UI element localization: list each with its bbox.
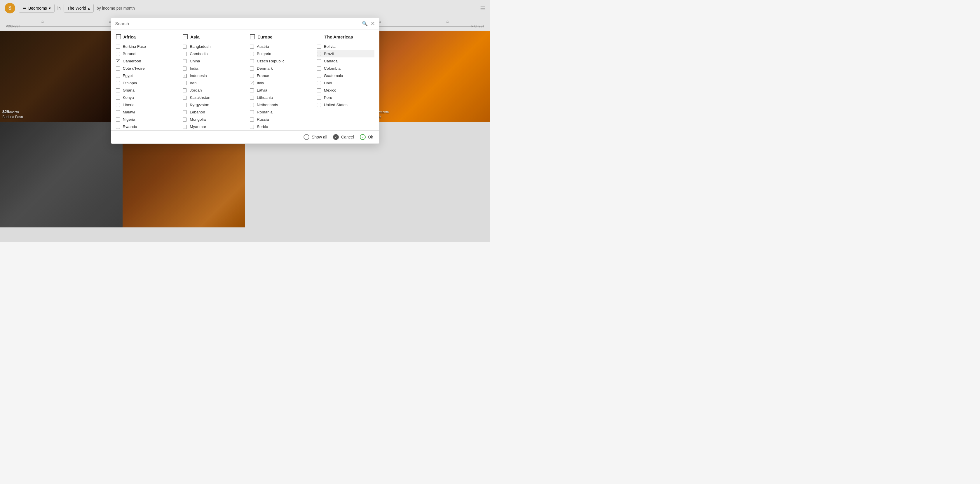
collapse-asia-button[interactable]: — <box>183 34 188 40</box>
asia-country-list: Bangladesh Cambodia China India <box>183 43 240 130</box>
checkbox-bangladesh[interactable] <box>183 44 187 49</box>
checkbox-serbia[interactable] <box>250 125 254 129</box>
checkbox-cambodia[interactable] <box>183 52 187 56</box>
list-item[interactable]: India <box>183 65 240 72</box>
list-item[interactable]: Bulgaria <box>250 50 307 57</box>
list-item[interactable]: Kenya <box>116 94 173 101</box>
list-item[interactable]: Guatemala <box>317 72 374 79</box>
checkbox-czech-republic[interactable] <box>250 59 254 63</box>
list-item[interactable]: Canada <box>317 57 374 65</box>
collapse-europe-button[interactable]: — <box>250 34 255 40</box>
checkbox-bulgaria[interactable] <box>250 52 254 56</box>
checkbox-kenya[interactable] <box>116 96 120 100</box>
list-item[interactable]: Cambodia <box>183 50 240 57</box>
list-item[interactable]: Jordan <box>183 87 240 94</box>
checkbox-mongolia[interactable] <box>183 117 187 122</box>
checkbox-canada[interactable] <box>317 59 321 63</box>
checkbox-china[interactable] <box>183 59 187 63</box>
checkbox-italy[interactable]: ☑ <box>250 81 254 85</box>
checkbox-latvia[interactable] <box>250 88 254 92</box>
checkbox-lithuania[interactable] <box>250 96 254 100</box>
checkbox-colombia[interactable] <box>317 67 321 71</box>
checkbox-jordan[interactable] <box>183 88 187 92</box>
list-item[interactable]: France <box>250 72 307 79</box>
checkbox-nigeria[interactable] <box>116 117 120 122</box>
checkbox-malawi[interactable] <box>116 110 120 114</box>
list-item[interactable]: Serbia <box>250 123 307 130</box>
checkbox-myanmar[interactable] <box>183 125 187 129</box>
checkbox-rwanda[interactable] <box>116 125 120 129</box>
search-input[interactable] <box>115 21 359 26</box>
list-item[interactable]: Myanmar <box>183 123 240 130</box>
list-item[interactable]: Haiti <box>317 79 374 87</box>
ok-button[interactable]: ✓ Ok <box>360 134 373 140</box>
checkbox-indonesia[interactable]: ✓ <box>183 74 187 78</box>
checkbox-france[interactable] <box>250 74 254 78</box>
checkbox-guatemala[interactable] <box>317 74 321 78</box>
list-item[interactable]: ☑ Italy <box>250 79 307 87</box>
list-item[interactable]: Cote d'Ivoire <box>116 65 173 72</box>
list-item[interactable]: Romania <box>250 108 307 116</box>
checkbox-bolivia[interactable] <box>317 44 321 49</box>
close-button[interactable]: ✕ <box>371 21 375 26</box>
checkbox-liberia[interactable] <box>116 103 120 107</box>
list-item[interactable]: United States <box>317 101 374 108</box>
list-item[interactable]: Netherlands <box>250 101 307 108</box>
checkbox-kazakhstan[interactable] <box>183 96 187 100</box>
list-item[interactable]: Russia <box>250 116 307 123</box>
list-item[interactable]: Lithuania <box>250 94 307 101</box>
list-item[interactable]: Egypt <box>116 72 173 79</box>
checkbox-iran[interactable] <box>183 81 187 85</box>
checkbox-egypt[interactable] <box>116 74 120 78</box>
list-item[interactable]: Bangladesh <box>183 43 240 50</box>
list-item[interactable]: Peru <box>317 94 374 101</box>
list-item[interactable]: Colombia <box>317 65 374 72</box>
list-item[interactable]: Denmark <box>250 65 307 72</box>
show-all-button[interactable]: Show all <box>304 134 327 140</box>
list-item[interactable]: Nigeria <box>116 116 173 123</box>
checkbox-cote-divoire[interactable] <box>116 67 120 71</box>
list-item[interactable]: Lebanon <box>183 108 240 116</box>
list-item[interactable]: Burkina Faso <box>116 43 173 50</box>
list-item[interactable]: China <box>183 57 240 65</box>
checkbox-burundi[interactable] <box>116 52 120 56</box>
checkbox-mexico[interactable] <box>317 88 321 92</box>
checkbox-united-states[interactable] <box>317 103 321 107</box>
checkbox-burkina-faso[interactable] <box>116 44 120 49</box>
checkbox-peru[interactable] <box>317 96 321 100</box>
checkbox-cameroon[interactable]: ✓ <box>116 59 120 63</box>
list-item[interactable]: Ethiopia <box>116 79 173 87</box>
list-item[interactable]: Burundi <box>116 50 173 57</box>
list-item[interactable]: Bolivia <box>317 43 374 50</box>
checkbox-ghana[interactable] <box>116 88 120 92</box>
list-item[interactable]: ✓ Cameroon <box>116 57 173 65</box>
list-item[interactable]: Ghana <box>116 87 173 94</box>
collapse-americas-button[interactable] <box>317 34 322 40</box>
list-item[interactable]: Malawi <box>116 108 173 116</box>
list-item[interactable]: Liberia <box>116 101 173 108</box>
checkbox-brazil[interactable] <box>317 52 321 56</box>
list-item[interactable]: ✓ Indonesia <box>183 72 240 79</box>
list-item[interactable]: Kyrgyzstan <box>183 101 240 108</box>
list-item[interactable]: Rwanda <box>116 123 173 130</box>
cancel-button[interactable]: ✓ Cancel <box>333 134 354 140</box>
checkbox-india[interactable] <box>183 67 187 71</box>
list-item[interactable]: Brazil <box>317 50 374 57</box>
list-item[interactable]: Kazakhstan <box>183 94 240 101</box>
checkbox-haiti[interactable] <box>317 81 321 85</box>
checkbox-lebanon[interactable] <box>183 110 187 114</box>
checkbox-romania[interactable] <box>250 110 254 114</box>
list-item[interactable]: Mongolia <box>183 116 240 123</box>
collapse-africa-button[interactable]: — <box>116 34 121 40</box>
checkbox-kyrgyzstan[interactable] <box>183 103 187 107</box>
checkbox-netherlands[interactable] <box>250 103 254 107</box>
list-item[interactable]: Iran <box>183 79 240 87</box>
list-item[interactable]: Czech Republic <box>250 57 307 65</box>
checkbox-russia[interactable] <box>250 117 254 122</box>
list-item[interactable]: Mexico <box>317 87 374 94</box>
list-item[interactable]: Latvia <box>250 87 307 94</box>
checkbox-denmark[interactable] <box>250 67 254 71</box>
checkbox-austria[interactable] <box>250 44 254 49</box>
checkbox-ethiopia[interactable] <box>116 81 120 85</box>
list-item[interactable]: Austria <box>250 43 307 50</box>
